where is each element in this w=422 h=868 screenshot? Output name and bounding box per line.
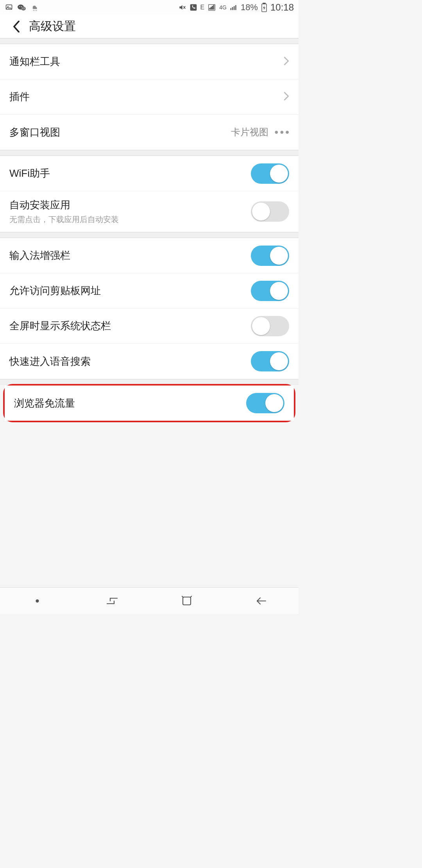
more-dots-icon: ••• [275,127,291,138]
status-time: 10:18 [270,2,294,13]
svg-point-3 [21,7,26,11]
svg-line-9 [35,10,35,11]
network-e-indicator: E [200,4,205,11]
row-ime-bar: 输入法增强栏 [0,238,299,273]
battery-pct: 18% [241,2,258,13]
svg-rect-16 [211,7,212,9]
chevron-right-icon [284,56,289,67]
back-button[interactable] [9,19,24,34]
row-label: 浏览器免流量 [14,396,75,410]
toggle-voice-search[interactable] [251,351,289,371]
svg-rect-24 [263,3,265,4]
svg-rect-17 [212,6,213,9]
row-label: 全屏时显示系统状态栏 [9,319,111,333]
toggle-ime-bar[interactable] [251,246,289,266]
page-title: 高级设置 [29,18,76,34]
row-auto-install: 自动安装应用 无需点击，下载应用后自动安装 [0,191,299,232]
svg-point-7 [24,8,25,9]
nav-dot-button[interactable]: • [26,592,49,610]
svg-point-6 [22,8,23,9]
svg-rect-18 [213,5,214,9]
row-sublabel: 无需点击，下载应用后自动安装 [9,214,119,225]
network-4g-indicator: 4G [219,5,227,10]
nav-recents-button[interactable] [100,592,124,610]
phone-box-icon [190,4,197,11]
wechat-icon [17,4,27,11]
row-label: 快速进入语音搜索 [9,355,91,368]
toggle-wifi-assist[interactable] [251,163,289,184]
svg-line-8 [33,10,34,11]
row-multiwindow[interactable]: 多窗口视图 卡片视图 ••• [0,115,299,150]
mute-icon [178,4,186,11]
settings-group-2: WiFi助手 自动安装应用 无需点击，下载应用后自动安装 [0,156,299,232]
row-label: 输入法增强栏 [9,249,70,262]
nav-back-button[interactable] [250,592,273,610]
chevron-right-icon [284,91,289,102]
highlight-annotation: 浏览器免流量 [3,384,295,422]
battery-charging-icon [261,3,267,12]
row-notification-tool[interactable]: 通知栏工具 [0,44,299,79]
row-clipboard-url: 允许访问剪贴板网址 [0,273,299,308]
svg-point-5 [21,6,22,7]
signal-bars-icon [230,4,238,11]
row-plugins[interactable]: 插件 [0,79,299,115]
svg-point-4 [20,6,20,7]
settings-group-3: 输入法增强栏 允许访问剪贴板网址 全屏时显示系统状态栏 快速进入语音搜索 [0,238,299,379]
row-fullscreen-status: 全屏时显示系统状态栏 [0,308,299,344]
svg-line-10 [36,10,37,11]
row-label: 多窗口视图 [9,126,60,139]
nav-home-button[interactable] [175,592,198,610]
row-value: 卡片视图 [231,126,268,138]
signal-box-icon [207,4,216,11]
svg-rect-22 [235,5,236,10]
row-label: 通知栏工具 [9,55,60,68]
row-label: WiFi助手 [9,167,50,180]
svg-rect-25 [183,597,191,605]
toggle-free-data[interactable] [246,393,284,413]
toggle-clipboard-url[interactable] [251,281,289,301]
row-label: 插件 [9,90,30,104]
row-label: 允许访问剪贴板网址 [9,284,101,298]
row-label: 自动安装应用 [9,198,119,212]
weather-icon [30,4,40,11]
svg-rect-15 [209,8,210,9]
svg-rect-21 [234,6,235,10]
status-bar: E 4G 18% 10:18 [0,0,299,15]
gallery-icon [5,4,13,11]
svg-rect-20 [232,7,233,10]
row-free-data: 浏览器免流量 [5,386,294,421]
toggle-fullscreen-status[interactable] [251,316,289,336]
row-wifi-assist: WiFi助手 [0,156,299,191]
system-nav-bar: • [0,587,299,614]
toggle-auto-install[interactable] [251,201,289,222]
svg-rect-19 [231,8,232,10]
app-header: 高级设置 [0,15,299,38]
settings-group-1: 通知栏工具 插件 多窗口视图 卡片视图 ••• [0,44,299,150]
row-voice-search: 快速进入语音搜索 [0,344,299,379]
